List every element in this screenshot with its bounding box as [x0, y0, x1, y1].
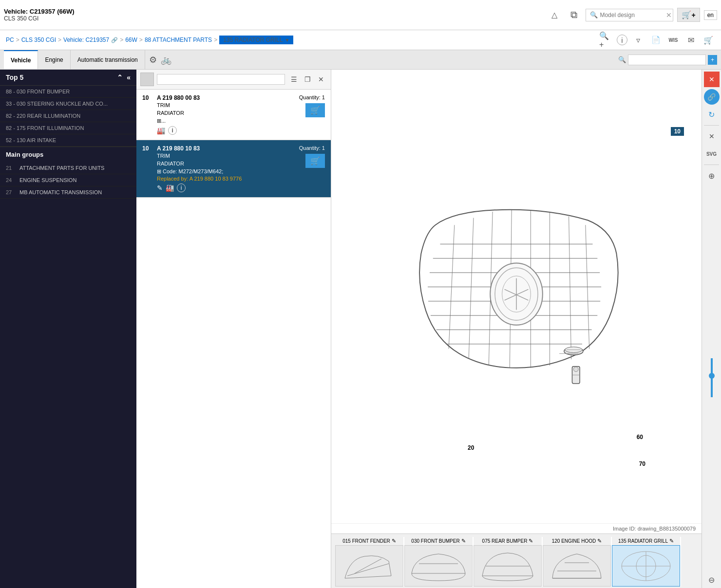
part-name-1a: TRIM: [157, 153, 281, 159]
factory-icon-1[interactable]: 🏭: [166, 184, 174, 192]
pencil-icon-1[interactable]: ✎: [157, 184, 163, 192]
zoom-in-icon[interactable]: 🔍+: [599, 33, 613, 47]
vehicle-link-icon: 🔗: [111, 37, 118, 43]
main-layout: Top 5 ⌃ « 88 - 030 FRONT BUMPER 33 - 030…: [0, 70, 721, 588]
copy-icon[interactable]: ⧉: [566, 7, 582, 23]
breadcrumb-attachment[interactable]: 88 ATTACHMENT PARTS: [145, 37, 212, 43]
add-to-cart-btn-0[interactable]: 🛒: [305, 103, 325, 117]
tab-vehicle[interactable]: Vehicle: [4, 50, 38, 69]
qty-label-0: Quantity: 1: [299, 94, 325, 100]
clear-search-icon[interactable]: ✕: [666, 11, 672, 19]
tab-bike-icon[interactable]: 🚲: [161, 55, 171, 65]
tab-icons: ⚙ 🚲: [149, 55, 171, 65]
tab-search: 🔍 +: [618, 55, 717, 65]
info-icon[interactable]: i: [617, 35, 627, 45]
mail-icon[interactable]: ✉: [684, 33, 698, 47]
right-toolbar: ✕ 🔗 ↻ ✕ SVG ⊕ ⊖: [702, 70, 721, 588]
cart-button[interactable]: 🛒 +: [677, 8, 700, 22]
qty-section-1: Quantity: 1 🛒: [286, 145, 325, 168]
diagram-label-20: 20: [468, 444, 474, 451]
expand-view-icon[interactable]: ❐: [302, 74, 313, 85]
svg-line-29: [347, 564, 389, 576]
breadcrumb-66w[interactable]: 66W: [125, 37, 137, 43]
history-icon-btn[interactable]: ↻: [704, 107, 720, 122]
tab-vehicle-label: Vehicle: [11, 57, 31, 64]
top5-title: Top 5: [6, 74, 23, 81]
breadcrumb: PC > CLS 350 CGI > Vehicle: C219357 🔗 > …: [0, 30, 721, 50]
top5-shrink-icon[interactable]: «: [127, 74, 131, 81]
link-icon-btn[interactable]: 🔗: [704, 89, 720, 105]
info-icon-1[interactable]: i: [177, 184, 186, 192]
top-bar-right: △ ⧉ 🔍 ✕ 🛒 + en: [547, 7, 717, 23]
thumbnails-bar: 015 FRONT FENDER ✎ 030 FRONT BUMPER ✎: [331, 533, 702, 588]
close-x-icon-btn[interactable]: ✕: [704, 129, 720, 144]
thumb-edit-icon-075[interactable]: ✎: [529, 538, 533, 544]
thumb-030[interactable]: 030 FRONT BUMPER ✎: [404, 537, 474, 587]
part-item-0[interactable]: 10 A 219 880 00 83 TRIM RADIATOR ⊞... 🏭 …: [136, 90, 331, 140]
thumb-015[interactable]: 015 FRONT FENDER ✎: [335, 537, 404, 587]
bc-sep-1: >: [16, 37, 19, 43]
tab-auto-trans[interactable]: Automatic transmission: [71, 50, 145, 69]
tab-gear-icon[interactable]: ⚙: [149, 55, 157, 65]
close-panel-icon[interactable]: ✕: [315, 74, 327, 85]
model-search-input[interactable]: [598, 12, 666, 18]
main-group-item-21[interactable]: 21 ATTACHMENT PARTS FOR UNITS: [0, 162, 136, 174]
cart-nav-icon[interactable]: 🛒: [702, 33, 715, 47]
zoom-in-btn[interactable]: ⊕: [704, 168, 720, 184]
top5-item-0[interactable]: 88 - 030 FRONT BUMPER: [0, 86, 136, 98]
part-name-1b: RADIATOR: [157, 161, 281, 166]
language-selector[interactable]: en: [704, 10, 717, 20]
thumb-edit-icon-015[interactable]: ✎: [392, 538, 396, 544]
breadcrumb-active-item[interactable]: 135 RADIATOR GRILL ▼: [219, 36, 293, 44]
breadcrumb-vehicle[interactable]: Vehicle: C219357: [63, 37, 109, 43]
top5-item-3[interactable]: 82 - 175 FRONT ILLUMINATION: [0, 122, 136, 134]
thumb-075[interactable]: 075 REAR BUMPER ✎: [474, 537, 543, 587]
svg-icon-btn[interactable]: SVG: [704, 146, 720, 162]
tab-search-input[interactable]: [628, 55, 706, 65]
thumb-edit-icon-030[interactable]: ✎: [461, 538, 466, 544]
part-replaced-1: Replaced by: A 219 880 10 83 9776: [157, 176, 281, 182]
dropdown-arrow-icon: ▼: [285, 37, 289, 43]
top5-item-4[interactable]: 52 - 130 AIR INTAKE: [0, 134, 136, 147]
top5-item-1[interactable]: 33 - 030 STEERING KNUCKLE AND CO...: [0, 98, 136, 110]
top5-item-2[interactable]: 82 - 220 REAR ILLUMINATION: [0, 110, 136, 122]
thumb-img-135: [612, 545, 680, 587]
part-icons-row-1: ✎ 🏭 i: [157, 184, 281, 192]
warning-icon[interactable]: △: [547, 7, 562, 23]
left-scroll: 88 - 030 FRONT BUMPER 33 - 030 STEERING …: [0, 86, 136, 588]
rt-separator-1: [704, 125, 719, 126]
main-group-item-24[interactable]: 24 ENGINE SUSPENSION: [0, 174, 136, 186]
zoom-out-btn[interactable]: ⊖: [704, 572, 720, 588]
thumb-135[interactable]: 135 RADIATOR GRILL ✎: [612, 537, 681, 587]
thumb-edit-icon-135[interactable]: ✎: [669, 538, 674, 544]
tab-search-add-icon[interactable]: +: [708, 55, 717, 65]
add-to-cart-btn-1[interactable]: 🛒: [305, 154, 325, 168]
breadcrumb-pc[interactable]: PC: [6, 37, 14, 43]
info-icon-0[interactable]: i: [168, 126, 177, 135]
tab-engine[interactable]: Engine: [38, 50, 70, 69]
thumb-120[interactable]: 120 ENGINE HOOD ✎: [543, 537, 612, 587]
part-item-1[interactable]: 10 A 219 880 10 83 TRIM RADIATOR ⊞ Code:…: [136, 140, 331, 198]
list-view-icon[interactable]: ☰: [288, 74, 300, 85]
main-group-item-27[interactable]: 27 MB AUTOMATIC TRANSMISSION: [0, 186, 136, 199]
thumb-edit-icon-120[interactable]: ✎: [597, 538, 602, 544]
parts-search-input[interactable]: [157, 74, 285, 85]
document-icon[interactable]: 📄: [649, 33, 663, 47]
wis-icon[interactable]: WIS: [666, 33, 680, 47]
breadcrumb-cls[interactable]: CLS 350 CGI: [21, 37, 56, 43]
bc-sep-2: >: [58, 37, 61, 43]
thumb-label-135: 135 RADIATOR GRILL ✎: [615, 537, 677, 545]
model-search-box[interactable]: 🔍 ✕: [586, 9, 673, 21]
top5-collapse-icon[interactable]: ⌃: [117, 74, 123, 81]
close-diagram-btn[interactable]: ✕: [704, 72, 720, 87]
factory-icon-0[interactable]: 🏭: [157, 127, 165, 134]
zoom-slider[interactable]: [711, 358, 713, 397]
slider-thumb[interactable]: [709, 373, 715, 379]
search-icon: 🔍: [590, 11, 598, 18]
filter-icon[interactable]: ▿: [631, 33, 645, 47]
tab-auto-trans-label: Automatic transmission: [77, 56, 138, 63]
part-code-info-1: ⊞ Code: M272/M273/M642;: [157, 168, 281, 175]
diagram-label-60: 60: [637, 434, 643, 441]
thumb-label-120: 120 ENGINE HOOD ✎: [549, 537, 605, 545]
qty-label-1: Quantity: 1: [299, 145, 325, 151]
